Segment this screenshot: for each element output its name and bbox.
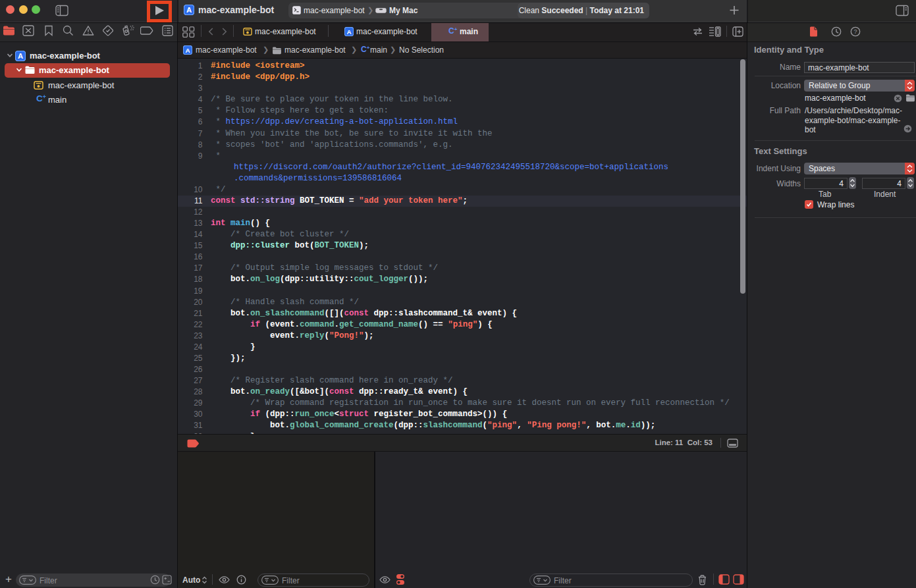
- svg-text:?: ?: [853, 28, 857, 35]
- svg-text:A: A: [186, 6, 192, 14]
- svg-text:A: A: [185, 47, 190, 54]
- svg-text:A: A: [18, 52, 23, 60]
- svg-text:A: A: [346, 28, 351, 36]
